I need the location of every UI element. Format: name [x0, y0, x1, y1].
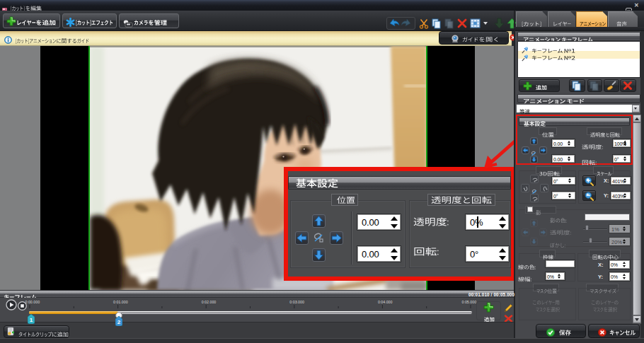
svg-text:1: 1 [29, 317, 33, 323]
svg-text:2: 2 [117, 319, 121, 325]
